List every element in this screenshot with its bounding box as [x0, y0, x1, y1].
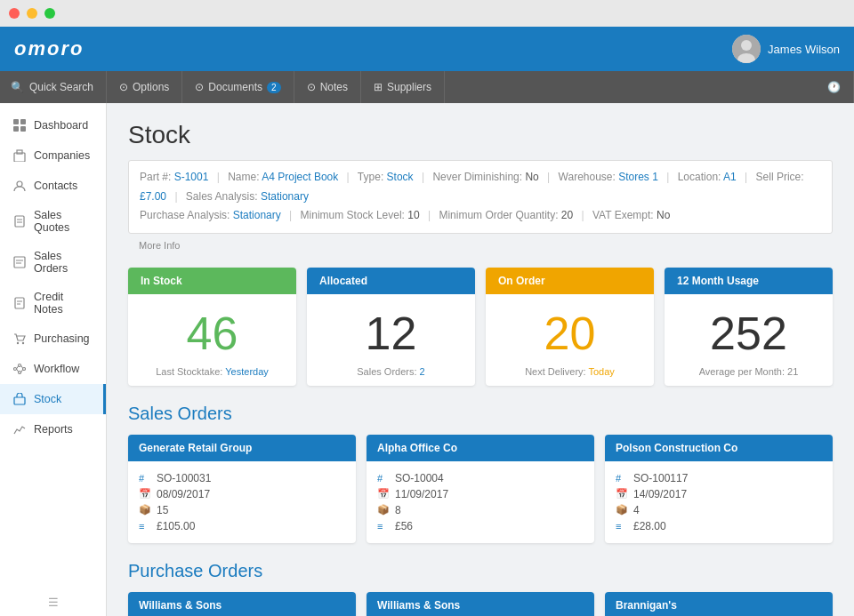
so-row-num-2: # SO-100117: [616, 470, 822, 486]
location-label: Location:: [678, 171, 723, 183]
value-icon: ≡: [377, 521, 390, 532]
on-order-sub: Next Delivery: Today: [498, 366, 641, 377]
sidebar-collapse-button[interactable]: ☰: [0, 588, 106, 616]
sidebar-item-sales-orders[interactable]: Sales Orders: [0, 242, 106, 283]
warehouse-label: Warehouse:: [559, 171, 619, 183]
so-row-qty-2: 📦 4: [616, 502, 822, 518]
nav-items: ⊙ Options ⊙ Documents 2 ⊙ Notes ⊞ Suppli…: [107, 71, 854, 103]
po-header-0: Williams & Sons: [128, 592, 356, 616]
workflow-icon: [12, 362, 27, 376]
logo: omoro: [14, 37, 84, 60]
sales-orders-row: Generate Retail Group # SO-100031 📅 08/0…: [128, 435, 833, 543]
sidebar-item-dashboard[interactable]: Dashboard: [0, 110, 106, 140]
so-row-qty-0: 📦 15: [139, 502, 345, 518]
sidebar-item-reports[interactable]: Reports: [0, 414, 106, 444]
svg-point-20: [22, 342, 24, 344]
sales-analysis-value: Stationary: [261, 190, 309, 203]
so-header-1: Alpha Office Co: [367, 435, 594, 461]
nav-documents[interactable]: ⊙ Documents 2: [182, 71, 294, 103]
sidebar-item-purchasing[interactable]: Purchasing: [0, 324, 106, 354]
so-qty-2: 4: [633, 504, 640, 516]
quick-search[interactable]: 🔍 Quick Search: [0, 71, 107, 103]
more-info-link[interactable]: More Info: [128, 237, 833, 253]
so-val-1: £56: [395, 520, 413, 532]
sidebar-item-stock[interactable]: Stock: [0, 384, 106, 414]
sidebar-item-companies[interactable]: Companies: [0, 140, 106, 171]
contacts-icon: [12, 179, 27, 193]
sales-orders-label: Sales Orders: [34, 250, 93, 275]
svg-rect-10: [15, 216, 24, 227]
nav-notes[interactable]: ⊙ Notes: [294, 71, 361, 103]
sell-price-value: £7.00: [140, 190, 166, 203]
history-button[interactable]: 🕐: [815, 71, 854, 103]
top-navigation: omoro James Wilson: [0, 27, 854, 71]
so-card-2: Polson Construction Co # SO-100117 📅 14/…: [605, 435, 833, 543]
calendar-icon: 📅: [377, 488, 390, 500]
so-row-qty-1: 📦 8: [377, 502, 584, 518]
svg-rect-3: [13, 119, 19, 124]
svg-rect-29: [14, 397, 25, 404]
warehouse-value: Stores 1: [618, 171, 658, 183]
so-val-2: £28.00: [633, 520, 666, 532]
po-card-0: Williams & Sons # WS-48585-b 📅 26/03/201…: [128, 592, 356, 616]
so-row-num-0: # SO-100031: [139, 470, 345, 486]
so-num-1: SO-10004: [395, 472, 444, 484]
companies-icon: [12, 148, 27, 163]
sidebar-item-sales-quotes[interactable]: Sales Quotes: [0, 201, 106, 242]
po-header-2: Brannigan's: [605, 592, 833, 616]
vat-label: VAT Exempt:: [592, 209, 657, 221]
sales-quotes-icon: [12, 214, 27, 228]
svg-point-22: [19, 364, 21, 367]
calendar-icon: 📅: [139, 488, 151, 500]
on-order-header-label: On Order: [498, 275, 545, 287]
value-icon: ≡: [139, 521, 151, 532]
options-label: Options: [133, 81, 169, 93]
purchase-analysis-value: Stationary: [233, 209, 281, 221]
on-order-body: 20 Next Delivery: Today: [486, 294, 654, 386]
on-order-number: 20: [498, 308, 641, 359]
hash-icon: #: [377, 473, 390, 484]
suppliers-icon: ⊞: [374, 81, 383, 93]
qty-icon: 📦: [139, 504, 151, 516]
main-layout: Dashboard Companies Contacts Sales Quote…: [0, 103, 854, 616]
so-qty-0: 15: [157, 504, 168, 516]
12-month-sub: Average per Month: 21: [677, 366, 820, 377]
so-date-2: 14/09/2017: [633, 488, 687, 500]
svg-rect-6: [20, 126, 26, 132]
in-stock-header: In Stock: [128, 268, 296, 294]
sidebar-item-contacts[interactable]: Contacts: [0, 171, 106, 201]
so-val-0: £105.00: [157, 520, 195, 532]
type-value: Stock: [387, 171, 414, 183]
hash-icon: #: [139, 473, 151, 484]
close-button[interactable]: [9, 8, 20, 19]
svg-rect-13: [14, 257, 25, 268]
qty-icon: 📦: [616, 504, 628, 516]
so-row-val-0: ≡ £105.00: [139, 518, 345, 534]
purchase-analysis-label: Purchase Analysis:: [140, 209, 233, 221]
svg-line-25: [17, 366, 19, 369]
nav-options[interactable]: ⊙ Options: [107, 71, 182, 103]
user-section[interactable]: James Wilson: [732, 35, 840, 63]
part-label: Part #:: [140, 171, 174, 183]
so-row-val-2: ≡ £28.00: [616, 518, 822, 534]
main-content: Stock Part #: S-1001 | Name: A4 Project …: [107, 103, 854, 616]
part-value: S-1001: [174, 171, 209, 183]
sidebar-item-workflow[interactable]: Workflow: [0, 354, 106, 384]
stat-card-in-stock: In Stock 46 Last Stocktake: Yesterday: [128, 268, 296, 386]
in-stock-header-label: In Stock: [141, 275, 182, 287]
allocated-header: Allocated: [307, 268, 475, 294]
sidebar-item-credit-notes[interactable]: Credit Notes: [0, 283, 106, 324]
maximize-button[interactable]: [44, 8, 55, 19]
12-month-header-label: 12 Month Usage: [677, 275, 759, 287]
purchasing-icon: [12, 332, 27, 346]
history-icon: 🕐: [827, 81, 841, 93]
qty-icon: 📦: [377, 504, 390, 516]
sales-orders-title: Sales Orders: [128, 404, 833, 424]
nav-suppliers[interactable]: ⊞ Suppliers: [361, 71, 445, 103]
so-row-date-0: 📅 08/09/2017: [139, 486, 345, 502]
minimize-button[interactable]: [27, 8, 37, 19]
documents-icon: ⊙: [195, 81, 204, 93]
hash-icon: #: [616, 473, 628, 484]
svg-point-23: [19, 372, 21, 374]
credit-notes-label: Credit Notes: [34, 291, 93, 316]
